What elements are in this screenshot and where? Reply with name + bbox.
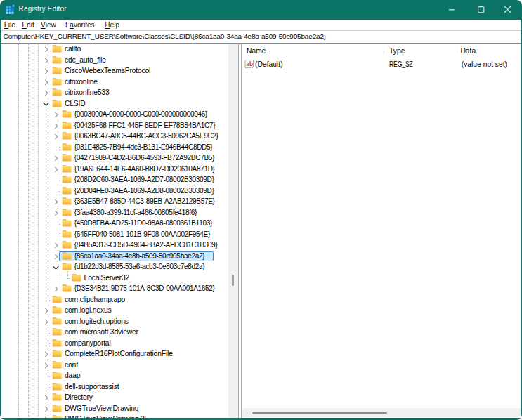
svg-text:ab: ab [246, 60, 253, 67]
